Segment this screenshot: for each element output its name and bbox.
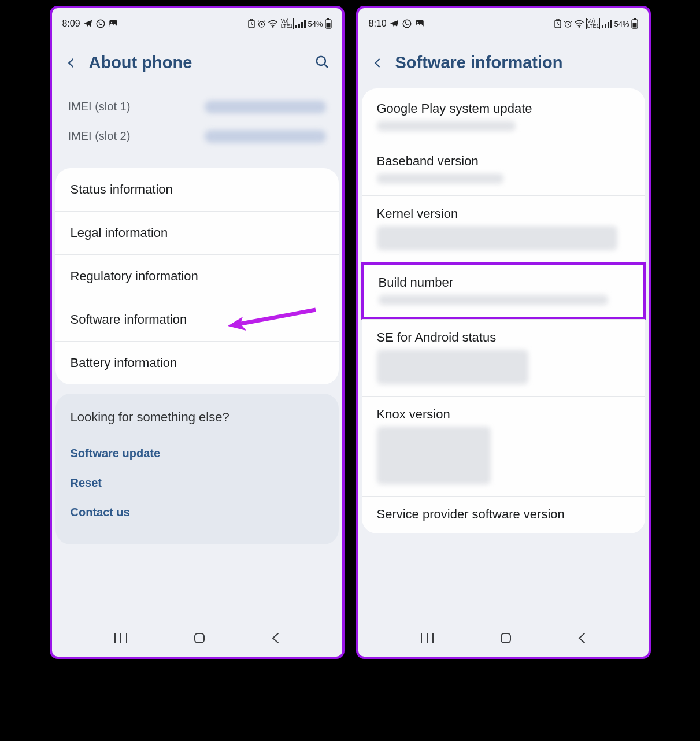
search-button[interactable] [314,54,329,72]
svg-rect-28 [608,22,609,28]
back-icon [270,631,282,645]
nav-recents[interactable] [419,632,435,646]
item-kernel[interactable]: Kernel version [362,196,645,262]
svg-point-0 [97,20,105,28]
item-se-android[interactable]: SE for Android status [362,319,645,397]
svg-rect-27 [605,24,606,28]
phone-about: 8:09 Vo)LTE1 54% About phone [50,6,345,659]
volte-icon: Vo)LTE1 [280,18,294,29]
item-label: Knox version [377,407,450,421]
svg-rect-18 [195,633,204,643]
phone-software-info: 8:10 Vo)LTE1 54% Software information [356,6,651,659]
whatsapp-icon [95,18,106,29]
header: About phone [52,37,342,83]
item-label: SE for Android status [377,330,497,344]
svg-rect-23 [557,19,559,20]
battery-icon [325,18,332,29]
item-baseband[interactable]: Baseband version [362,143,645,196]
nav-back[interactable] [576,631,588,647]
item-service-provider[interactable]: Service provider software version [362,497,645,533]
nav-recents[interactable] [113,632,129,646]
svg-point-21 [417,22,418,23]
page-title: About phone [89,53,303,72]
svg-rect-26 [602,25,603,28]
item-battery-info[interactable]: Battery information [55,342,339,384]
gallery-icon [108,18,118,29]
value-redacted [379,295,608,305]
svg-rect-36 [501,633,510,643]
arrow-annotation-icon [223,303,321,335]
battery-percent: 54% [614,20,629,28]
nav-bar [52,622,342,657]
nav-home[interactable] [499,631,513,647]
battery-saver-icon [554,19,562,28]
value-redacted [377,226,617,250]
value-redacted [377,350,529,384]
item-regulatory-info[interactable]: Regulatory information [55,255,339,298]
signal-icon [602,20,612,28]
svg-rect-32 [632,23,636,28]
svg-rect-10 [304,20,306,28]
imei-label: IMEI (slot 1) [68,100,131,113]
status-time: 8:10 [369,18,387,29]
svg-rect-7 [295,25,297,28]
back-button[interactable] [65,54,77,72]
item-label: Google Play system update [377,101,532,116]
item-label: Baseband version [377,154,479,168]
item-google-play-update[interactable]: Google Play system update [362,91,645,143]
value-redacted [377,427,491,484]
suggestion-card: Looking for something else? Software upd… [55,394,339,544]
wifi-icon [268,20,278,28]
svg-rect-13 [326,23,330,28]
suggestion-title: Looking for something else? [71,410,324,425]
value-redacted [377,173,503,184]
battery-saver-icon [247,19,255,28]
nav-home[interactable] [192,631,206,647]
header: Software information [358,37,649,83]
chevron-left-icon [65,54,77,72]
alarm-icon [564,20,572,28]
imei-value-redacted [205,130,326,143]
svg-rect-8 [298,24,300,28]
chevron-left-icon [371,54,384,72]
link-reset[interactable]: Reset [71,468,324,498]
whatsapp-icon [402,18,412,29]
software-section: Google Play system update Baseband versi… [362,88,645,533]
item-build-number[interactable]: Build number [364,265,643,317]
status-bar: 8:09 Vo)LTE1 54% [52,8,342,37]
nav-back[interactable] [270,631,282,647]
link-software-update[interactable]: Software update [71,439,324,468]
imei-row-2[interactable]: IMEI (slot 2) [68,121,326,151]
value-redacted [377,121,516,131]
battery-icon [631,18,638,29]
home-icon [192,631,206,645]
wifi-icon [574,20,584,28]
back-button[interactable] [371,54,384,72]
svg-point-19 [403,20,411,28]
svg-point-25 [579,27,580,28]
svg-rect-31 [634,18,636,20]
item-label: Service provider software version [377,507,565,521]
nav-bar [358,622,649,657]
status-time: 8:09 [62,18,80,29]
home-icon [499,631,513,645]
item-legal-info[interactable]: Legal information [55,212,339,255]
imei-row-1[interactable]: IMEI (slot 1) [68,92,326,121]
recents-icon [419,632,435,644]
item-software-info[interactable]: Software information [55,298,339,342]
page-title: Software information [395,53,636,72]
recents-icon [113,632,129,644]
item-label: Build number [379,275,454,290]
battery-percent: 54% [308,20,323,28]
search-icon [314,54,329,69]
item-knox[interactable]: Knox version [362,397,645,497]
alarm-icon [257,20,266,28]
svg-rect-4 [250,19,253,20]
svg-rect-9 [301,22,303,28]
svg-point-6 [272,27,273,28]
imei-section: IMEI (slot 1) IMEI (slot 2) [55,83,339,162]
svg-rect-12 [327,18,329,20]
item-status-info[interactable]: Status information [55,168,339,212]
link-contact-us[interactable]: Contact us [71,498,324,527]
svg-point-2 [111,22,112,23]
